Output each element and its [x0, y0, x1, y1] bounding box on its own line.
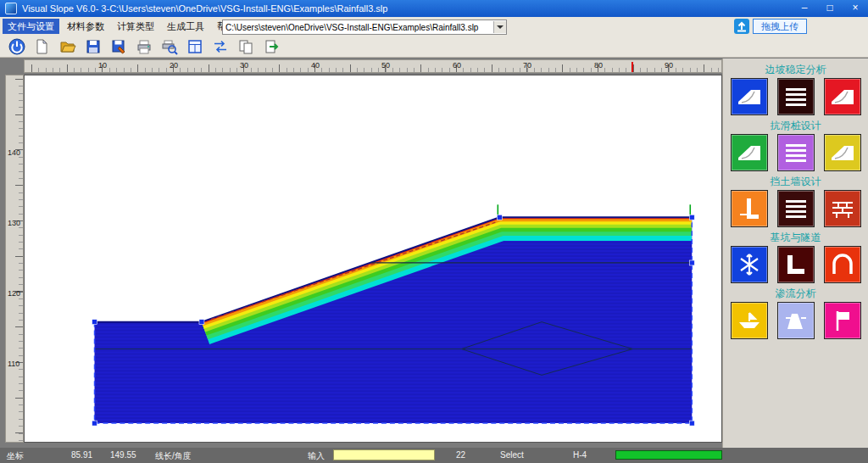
transfer-icon[interactable]: [210, 36, 231, 57]
slope-analysis-icon[interactable]: [731, 78, 768, 115]
ruler-label: 110: [8, 360, 19, 368]
toolbar: [0, 36, 868, 58]
tool-panel: 边坡稳定分析 抗滑桩设计 挡土墙设计 基坑与隧道 渗流分析: [722, 59, 868, 448]
group-label-pile-design: 抗滑桩设计: [723, 120, 868, 132]
ruler-label: 140: [8, 148, 20, 157]
coord-y-value: 149.55: [110, 450, 136, 460]
ruler-label: 30: [240, 61, 248, 70]
menu-generate-tools[interactable]: 生成工具: [162, 19, 209, 34]
coord-x-value: 85.91: [71, 450, 92, 460]
ruler-label: 60: [453, 61, 461, 70]
ruler-label: 90: [665, 61, 673, 70]
drag-upload-button[interactable]: 拖拽上传: [753, 19, 807, 34]
menu-file-settings[interactable]: 文件与设置: [3, 19, 59, 34]
soil-layers-icon[interactable]: [777, 78, 815, 115]
ruler-label: 50: [381, 61, 390, 70]
snowflake-icon[interactable]: [731, 246, 768, 283]
mode-value: Select: [500, 450, 524, 460]
group-label-excavation-tunnel: 基坑与隧道: [723, 232, 868, 244]
excavation-icon[interactable]: [777, 246, 815, 283]
yellow-slope-icon[interactable]: [824, 134, 861, 171]
ruler-label: 120: [8, 289, 20, 298]
count-value: 22: [456, 450, 465, 460]
coord-label: 坐标: [7, 450, 24, 462]
menubar: 文件与设置 材料参数 计算类型 生成工具 帮助 C:\Users\steven\…: [0, 17, 868, 36]
tunnel-icon[interactable]: [824, 246, 861, 283]
status-input[interactable]: [333, 449, 435, 460]
wall-layers-icon[interactable]: [777, 190, 815, 227]
ruler-cursor-marker: [632, 62, 633, 72]
vertical-ruler: 140 130 120 110: [5, 75, 24, 443]
length-angle-label: 线长/角度: [155, 450, 192, 462]
ruler-label: 80: [594, 61, 603, 70]
ruler-label: 70: [523, 61, 531, 70]
export-page-icon[interactable]: [261, 36, 281, 57]
app-logo-icon: [5, 3, 17, 14]
progress-bar: [615, 450, 722, 460]
brick-wall-icon[interactable]: [824, 190, 861, 227]
dam-seepage-icon[interactable]: [777, 302, 815, 339]
ruler-label: 10: [98, 61, 107, 70]
drawing-canvas[interactable]: [24, 75, 722, 443]
copy-page-icon[interactable]: [236, 36, 256, 57]
save-as-icon[interactable]: [108, 36, 129, 57]
group-label-seepage: 渗流分析: [723, 287, 868, 300]
open-folder-icon[interactable]: [58, 36, 78, 57]
window-title: Visual Slope V6.0- 3-C:\Users\steven\One…: [22, 3, 792, 14]
combo-dropdown-arrow-icon[interactable]: [493, 21, 506, 33]
ruler-label: 20: [170, 61, 178, 70]
file-path-value: C:\Users\steven\OneDrive\VSG-Install-ENG…: [223, 23, 493, 32]
horizontal-ruler: 10 20 30 40 50 60 70 80 90: [24, 59, 722, 73]
retaining-wall-icon[interactable]: [731, 190, 768, 227]
save-icon[interactable]: [83, 36, 103, 57]
seepage-icon[interactable]: [731, 302, 768, 339]
menu-calc-type[interactable]: 计算类型: [112, 19, 159, 34]
close-button[interactable]: ×: [843, 0, 868, 17]
flow-net-icon[interactable]: [824, 302, 861, 339]
minimize-button[interactable]: –: [792, 0, 817, 17]
window-layout-icon[interactable]: [185, 36, 205, 57]
menu-material-params[interactable]: 材料参数: [62, 19, 109, 34]
power-icon[interactable]: [7, 36, 27, 57]
slope-failure-icon[interactable]: [824, 78, 861, 115]
grid-value: H-4: [573, 450, 587, 460]
ruler-label: 40: [311, 61, 320, 70]
group-label-slope-stability: 边坡稳定分析: [723, 64, 868, 76]
group-label-retaining-wall: 挡土墙设计: [723, 176, 868, 188]
cloud-upload-icon[interactable]: [734, 19, 749, 36]
input-label: 输入: [308, 450, 325, 462]
statusbar: 坐标 85.91 149.55 线长/角度 输入 22 Select H-4: [0, 448, 868, 463]
file-path-combobox[interactable]: C:\Users\steven\OneDrive\VSG-Install-ENG…: [222, 20, 507, 35]
pile-layers-icon[interactable]: [777, 134, 815, 171]
print-icon[interactable]: [134, 36, 154, 57]
titlebar: Visual Slope V6.0- 3-C:\Users\steven\One…: [0, 0, 868, 17]
maximize-button[interactable]: □: [817, 0, 843, 17]
print-preview-icon[interactable]: [159, 36, 180, 57]
new-file-icon[interactable]: [32, 36, 53, 57]
slope-model-drawing[interactable]: [25, 75, 721, 442]
ruler-label: 130: [8, 219, 20, 227]
green-slope-icon[interactable]: [731, 134, 768, 171]
